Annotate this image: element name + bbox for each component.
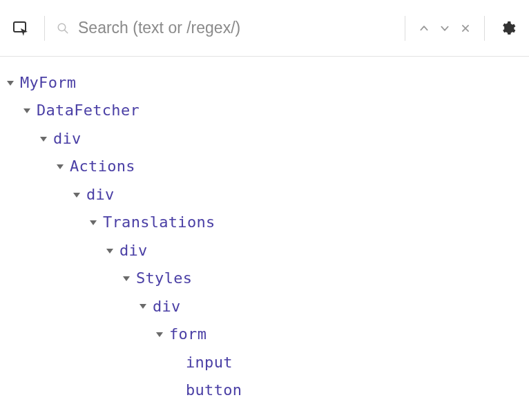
search-input[interactable] (77, 18, 394, 38)
tree-node[interactable]: div (7, 181, 529, 209)
tree-node[interactable]: button (7, 376, 529, 404)
tree-node-label: Actions (70, 153, 135, 180)
tree-node-label: MyForm (20, 69, 76, 97)
component-tree: MyForm DataFetcher div Actions div Trans… (0, 57, 529, 405)
tree-node-label: div (53, 125, 81, 153)
tree-node-label: div (119, 237, 148, 265)
tree-node[interactable]: DataFetcher (7, 97, 529, 124)
tree-node-label: Styles (136, 265, 192, 292)
tree-node-label: form (169, 321, 206, 348)
tree-node[interactable]: Styles (7, 265, 529, 292)
caret-down-icon[interactable] (73, 193, 80, 198)
tree-node[interactable]: Actions (7, 153, 529, 180)
caret-down-icon[interactable] (90, 220, 97, 225)
tree-node-label: DataFetcher (37, 97, 140, 124)
toolbar-separator (405, 16, 405, 41)
tree-node-label: button (186, 376, 242, 404)
caret-down-icon[interactable] (57, 164, 64, 169)
toolbar-separator (484, 16, 485, 41)
tree-node-label: Translations (103, 209, 215, 236)
caret-down-icon[interactable] (40, 137, 47, 142)
tree-node[interactable]: input (7, 349, 529, 376)
settings-icon[interactable] (499, 19, 517, 37)
tree-node-label: input (186, 349, 233, 376)
caret-down-icon[interactable] (156, 332, 163, 337)
caret-down-icon[interactable] (123, 276, 130, 281)
tree-node-label: div (153, 293, 181, 321)
caret-down-icon[interactable] (23, 108, 30, 113)
tree-node[interactable]: Translations (7, 209, 529, 236)
tree-node[interactable]: div (7, 293, 529, 321)
search-container (56, 18, 394, 38)
caret-down-icon[interactable] (7, 81, 14, 86)
search-icon (56, 21, 70, 35)
caret-down-icon[interactable] (106, 249, 113, 254)
element-picker-icon[interactable] (12, 20, 29, 37)
tree-node[interactable]: MyForm (7, 69, 529, 97)
caret-down-icon[interactable] (140, 304, 146, 309)
tree-node-label: div (86, 181, 115, 209)
tree-node[interactable]: div (7, 237, 529, 265)
toolbar-separator (44, 16, 45, 41)
tree-node[interactable]: div (7, 125, 529, 153)
svg-line-2 (64, 30, 68, 33)
search-close-button[interactable] (458, 21, 473, 36)
search-prev-button[interactable] (416, 21, 432, 36)
search-next-button[interactable] (437, 21, 452, 36)
tree-node[interactable]: form (7, 321, 529, 348)
devtools-toolbar (0, 0, 529, 57)
